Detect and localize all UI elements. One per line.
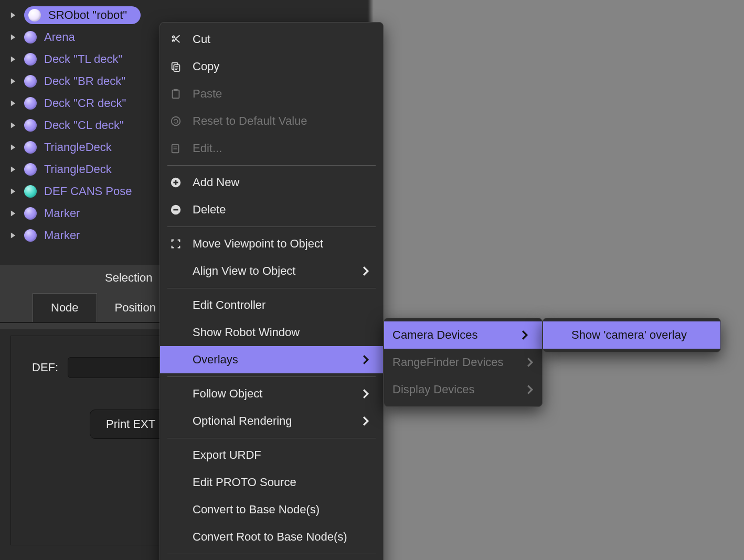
minus-circle-icon	[168, 204, 183, 216]
menu-item-align-view[interactable]: Align View to Object	[160, 257, 383, 285]
tree-node-label: DEF CANS Pose	[44, 185, 132, 198]
def-label: DEF:	[32, 361, 58, 374]
tree-node-label: Deck "CL deck"	[44, 119, 124, 132]
menu-item-label: Convert Root to Base Node(s)	[193, 530, 347, 544]
copy-icon	[168, 61, 183, 72]
chevron-right-icon	[361, 389, 369, 399]
chevron-right-icon[interactable]	[9, 56, 17, 63]
menu-item-show-robot-window[interactable]: Show Robot Window	[160, 319, 383, 346]
menu-item-convert-to-base-nodes[interactable]: Convert to Base Node(s)	[160, 496, 383, 523]
chevron-right-icon[interactable]	[9, 34, 17, 41]
menu-item-label: Paste	[193, 87, 222, 101]
submenu-camera-devices: Show 'camera' overlay	[543, 318, 721, 352]
menu-item-optional-rendering[interactable]: Optional Rendering	[160, 407, 383, 435]
menu-item-label: Show Robot Window	[193, 326, 300, 339]
reset-icon	[168, 115, 183, 127]
submenu-item-rangefinder-devices: RangeFinder Devices	[384, 349, 542, 376]
chevron-right-icon[interactable]	[9, 78, 17, 85]
tab-node[interactable]: Node	[33, 293, 97, 322]
chevron-right-icon	[525, 385, 534, 394]
tree-node-label: Deck "CR deck"	[44, 96, 126, 110]
menu-item-add-new[interactable]: Add New	[160, 169, 383, 196]
submenu-item-show-camera-overlay[interactable]: Show 'camera' overlay	[543, 321, 720, 349]
menu-item-label: Edit PROTO Source	[193, 476, 296, 489]
menu-separator	[167, 288, 376, 288]
chevron-right-icon	[361, 355, 369, 364]
menu-item-overlays[interactable]: Overlays	[160, 346, 383, 373]
svg-rect-5	[173, 90, 179, 99]
menu-item-convert-root-to-base-nodes[interactable]: Convert Root to Base Node(s)	[160, 523, 383, 551]
menu-item-edit-proto-source[interactable]: Edit PROTO Source	[160, 469, 383, 496]
menu-item-label: Move Viewpoint to Object	[193, 237, 323, 251]
node-ball-icon	[28, 9, 41, 21]
menu-item-edit: Edit...	[160, 135, 383, 162]
chevron-right-icon[interactable]	[9, 12, 17, 19]
menu-item-label: Follow Object	[193, 387, 262, 401]
menu-separator	[167, 376, 376, 377]
menu-item-label: Optional Rendering	[193, 414, 292, 428]
submenu-item-display-devices: Display Devices	[384, 376, 542, 403]
chevron-right-icon	[361, 416, 369, 426]
tree-node-label: TriangleDeck	[44, 163, 112, 176]
chevron-right-icon[interactable]	[9, 144, 17, 151]
submenu-overlays: Camera Devices RangeFinder Devices Displ…	[384, 318, 543, 407]
chevron-right-icon[interactable]	[9, 122, 17, 129]
menu-item-help[interactable]: Help...	[160, 557, 383, 560]
menu-item-delete[interactable]: Delete	[160, 196, 383, 223]
node-ball-icon	[24, 97, 37, 110]
node-ball-icon	[24, 207, 37, 220]
menu-item-label: Edit...	[193, 142, 222, 155]
menu-item-label: Display Devices	[392, 383, 475, 396]
menu-item-label: Add New	[193, 176, 239, 189]
menu-item-reset: Reset to Default Value	[160, 107, 383, 135]
edit-icon	[168, 143, 183, 154]
tree-node-label: SRObot "robot"	[48, 8, 127, 22]
node-ball-icon	[24, 229, 37, 242]
menu-item-label: Overlays	[193, 353, 238, 367]
paste-icon	[168, 88, 183, 100]
menu-item-paste: Paste	[160, 80, 383, 107]
menu-item-label: Copy	[193, 60, 219, 73]
tree-node-label: TriangleDeck	[44, 141, 112, 154]
node-ball-icon	[24, 31, 37, 44]
menu-item-edit-controller[interactable]: Edit Controller	[160, 292, 383, 319]
tree-node-label: Deck "TL deck"	[44, 52, 122, 66]
submenu-item-camera-devices[interactable]: Camera Devices	[384, 321, 542, 349]
menu-item-label: Convert to Base Node(s)	[193, 503, 320, 516]
node-ball-icon	[24, 163, 37, 176]
menu-item-label: Cut	[193, 33, 210, 46]
chevron-right-icon[interactable]	[9, 166, 17, 173]
menu-item-move-viewpoint[interactable]: Move Viewpoint to Object	[160, 230, 383, 257]
menu-item-follow-object[interactable]: Follow Object	[160, 380, 383, 407]
node-ball-icon	[24, 119, 37, 132]
node-ball-icon	[24, 185, 37, 198]
chevron-right-icon[interactable]	[9, 232, 17, 239]
chevron-right-icon[interactable]	[9, 210, 17, 217]
chevron-right-icon	[525, 358, 534, 367]
tree-node-label: Arena	[44, 30, 75, 44]
chevron-right-icon	[520, 330, 528, 340]
tree-node-label: Marker	[44, 229, 80, 242]
chevron-right-icon[interactable]	[9, 188, 17, 195]
viewport-background	[367, 0, 744, 560]
menu-item-label: Show 'camera' overlay	[571, 328, 687, 342]
menu-item-export-urdf[interactable]: Export URDF	[160, 441, 383, 469]
menu-item-label: Delete	[193, 203, 226, 217]
menu-item-label: Align View to Object	[193, 264, 295, 278]
chevron-right-icon[interactable]	[9, 100, 17, 107]
menu-separator	[167, 227, 376, 227]
menu-item-label: Reset to Default Value	[193, 114, 307, 128]
menu-separator	[167, 438, 376, 438]
plus-circle-icon	[168, 177, 183, 188]
svg-rect-6	[174, 89, 177, 91]
menu-item-cut[interactable]: Cut	[160, 26, 383, 53]
menu-separator	[167, 165, 376, 166]
frame-icon	[168, 238, 183, 250]
menu-item-label: RangeFinder Devices	[392, 356, 504, 369]
node-ball-icon	[24, 141, 37, 154]
tree-node-label: Deck "BR deck"	[44, 74, 125, 88]
node-ball-icon	[24, 53, 37, 66]
menu-item-copy[interactable]: Copy	[160, 53, 383, 80]
cut-icon	[168, 34, 183, 45]
menu-item-label: Edit Controller	[193, 298, 265, 312]
